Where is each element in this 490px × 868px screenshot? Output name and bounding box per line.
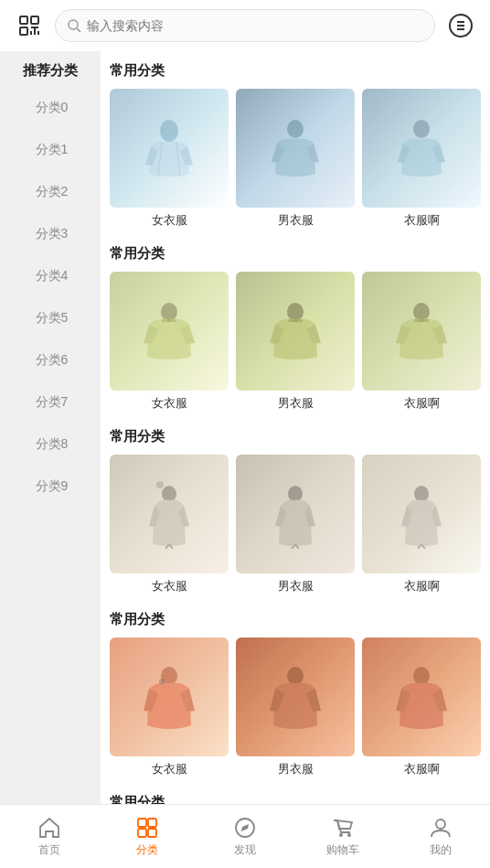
svg-rect-50	[148, 829, 156, 837]
product-label: 衣服啊	[404, 761, 440, 777]
nav-label-discover: 发现	[234, 842, 256, 858]
home-icon	[37, 816, 61, 840]
discover-icon	[233, 816, 257, 840]
main-content: 推荐分类 分类0 分类1 分类2 分类3 分类4 分类5 分类6 分类7 分类8…	[0, 51, 490, 868]
nav-item-category[interactable]: 分类	[98, 816, 196, 858]
section-2-title: 常用分类	[110, 245, 481, 263]
product-label: 衣服啊	[404, 395, 440, 412]
bottom-nav: 首页 分类 发现	[0, 804, 490, 868]
svg-rect-47	[138, 819, 146, 827]
nav-item-discover[interactable]: 发现	[196, 816, 293, 858]
sidebar-item-6[interactable]: 分类6	[0, 339, 101, 381]
product-label: 男衣服	[278, 212, 314, 229]
product-item[interactable]: 衣服啊	[362, 638, 481, 777]
nav-item-cart[interactable]: 购物车	[294, 816, 392, 858]
svg-point-38	[159, 679, 165, 684]
product-item[interactable]: tRI 衣服啊	[362, 272, 481, 412]
product-image	[110, 455, 229, 573]
nav-item-profile[interactable]: 我的	[392, 816, 490, 858]
product-image: tRI	[236, 272, 355, 391]
product-label: 女衣服	[152, 395, 187, 412]
product-item[interactable]: tRI 女衣服	[110, 272, 229, 412]
product-grid-3: 女衣服 男衣服	[110, 455, 481, 595]
product-image	[362, 455, 481, 573]
product-item[interactable]: 男衣服	[236, 455, 355, 595]
svg-point-17	[413, 120, 430, 138]
svg-marker-52	[241, 824, 249, 831]
sidebar-item-9[interactable]: 分类9	[0, 466, 101, 508]
section-3: 常用分类 女衣服	[110, 428, 481, 595]
product-image	[110, 638, 229, 756]
search-bar[interactable]	[55, 9, 435, 42]
sidebar-item-5[interactable]: 分类5	[0, 297, 101, 339]
svg-point-24	[413, 303, 430, 321]
product-item[interactable]: 衣服啊	[362, 455, 481, 595]
sidebar-item-4[interactable]: 分类4	[0, 255, 101, 297]
svg-point-28	[156, 481, 164, 488]
svg-text:tRI: tRI	[420, 319, 423, 323]
svg-point-53	[339, 833, 343, 837]
product-image	[236, 89, 355, 208]
svg-point-27	[162, 486, 176, 502]
svg-rect-48	[148, 819, 156, 827]
cart-icon	[331, 816, 355, 840]
section-2: 常用分类 tRI 女衣服	[110, 245, 481, 412]
section-1: 常用分类 女衣服	[110, 62, 481, 229]
product-image: tRI	[110, 272, 229, 391]
menu-icon[interactable]	[444, 9, 477, 42]
search-input[interactable]	[87, 18, 423, 33]
category-icon	[135, 816, 159, 840]
product-label: 男衣服	[278, 578, 314, 595]
product-item[interactable]: 男衣服	[236, 638, 355, 777]
product-item[interactable]: 男衣服	[236, 89, 355, 229]
header	[0, 0, 490, 51]
right-panel: 常用分类 女衣服	[101, 51, 490, 868]
product-label: 女衣服	[152, 578, 187, 595]
section-3-title: 常用分类	[110, 428, 481, 445]
product-grid-1: 女衣服 男衣服	[110, 89, 481, 229]
sidebar-item-7[interactable]: 分类7	[0, 381, 101, 423]
sidebar-item-3[interactable]: 分类3	[0, 213, 101, 255]
product-label: 女衣服	[152, 212, 187, 229]
sidebar-item-8[interactable]: 分类8	[0, 423, 101, 466]
sidebar-header: 推荐分类	[0, 51, 101, 87]
svg-rect-2	[20, 27, 27, 35]
product-image	[236, 455, 355, 573]
product-label: 衣服啊	[404, 212, 440, 229]
sidebar: 推荐分类 分类0 分类1 分类2 分类3 分类4 分类5 分类6 分类7 分类8…	[0, 51, 101, 868]
product-label: 衣服啊	[404, 578, 440, 595]
svg-text:tRI: tRI	[293, 319, 297, 323]
svg-rect-49	[138, 829, 146, 837]
svg-point-40	[413, 667, 430, 685]
sidebar-item-0[interactable]: 分类0	[0, 87, 101, 129]
nav-label-profile: 我的	[430, 842, 452, 858]
product-label: 男衣服	[278, 761, 314, 777]
product-item[interactable]: tRI 男衣服	[236, 272, 355, 412]
nav-item-home[interactable]: 首页	[0, 816, 98, 858]
svg-rect-1	[31, 16, 38, 24]
product-image	[362, 89, 481, 208]
section-4-title: 常用分类	[110, 611, 481, 628]
product-item[interactable]: 女衣服	[110, 638, 229, 777]
sidebar-item-2[interactable]: 分类2	[0, 171, 101, 213]
product-image	[110, 89, 229, 208]
svg-point-13	[160, 120, 178, 142]
nav-label-home: 首页	[38, 842, 60, 858]
svg-point-55	[436, 820, 445, 829]
svg-point-31	[288, 486, 303, 502]
svg-point-34	[414, 486, 429, 502]
scan-icon[interactable]	[13, 9, 46, 42]
section-4: 常用分类 女衣服	[110, 611, 481, 777]
product-label: 女衣服	[152, 761, 187, 777]
svg-point-16	[287, 120, 304, 138]
search-icon	[67, 18, 81, 33]
product-item[interactable]: 女衣服	[110, 89, 229, 229]
product-grid-2: tRI 女衣服 tRI	[110, 272, 481, 412]
svg-point-39	[287, 667, 304, 685]
section-1-title: 常用分类	[110, 62, 481, 80]
nav-label-category: 分类	[136, 842, 158, 858]
product-item[interactable]: 衣服啊	[362, 89, 481, 229]
product-item[interactable]: 女衣服	[110, 455, 229, 595]
sidebar-item-1[interactable]: 分类1	[0, 129, 101, 171]
svg-rect-0	[20, 16, 27, 24]
